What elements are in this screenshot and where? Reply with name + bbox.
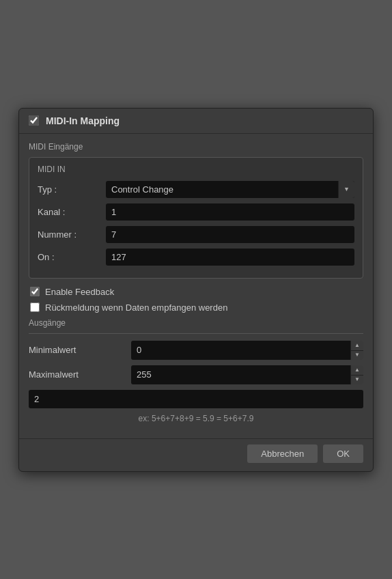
rueckmeldung-row: Rückmeldung wenn Daten empfangen werden <box>29 302 363 313</box>
nummer-label: Nummer : <box>38 229 106 240</box>
midi-in-box: MIDI IN Typ : Control Change Note On Not… <box>29 157 363 279</box>
dialog-footer: Abbrechen OK <box>19 438 373 471</box>
ausgaenge-section: Ausgänge Minimalwert ▲ ▼ Maximalwert <box>29 318 363 423</box>
midi-eingaenge-label: MIDI Eingänge <box>29 142 363 152</box>
kanal-input[interactable] <box>106 203 354 221</box>
typ-dropdown-wrapper: Control Change Note On Note Off Pitch Be… <box>106 181 354 198</box>
enable-feedback-label: Enable Feedback <box>45 287 114 297</box>
enable-feedback-checkbox[interactable] <box>30 287 40 296</box>
dialog-body: MIDI Eingänge MIDI IN Typ : Control Chan… <box>19 134 373 438</box>
ausgaenge-divider <box>29 333 363 334</box>
ausgaenge-label: Ausgänge <box>29 318 363 328</box>
dialog-title-bar: MIDI-In Mapping <box>19 109 373 134</box>
maximalwert-spinner: ▲ ▼ <box>131 365 363 384</box>
formula-example: ex: 5+6+7+8+9 = 5.9 = 5+6+7.9 <box>29 414 363 423</box>
enable-feedback-row: Enable Feedback <box>29 287 363 297</box>
minimalwert-up-button[interactable]: ▲ <box>351 341 363 350</box>
minimalwert-spinner-buttons: ▲ ▼ <box>350 341 363 360</box>
minimalwert-row: Minimalwert ▲ ▼ <box>29 341 363 360</box>
minimalwert-label: Minimalwert <box>29 345 131 355</box>
rueckmeldung-checkbox[interactable] <box>30 302 40 312</box>
maximalwert-input[interactable] <box>131 365 350 384</box>
minimalwert-down-button[interactable]: ▼ <box>351 350 363 360</box>
minimalwert-input[interactable] <box>131 341 350 360</box>
on-input[interactable] <box>106 249 354 266</box>
on-row: On : <box>38 249 354 266</box>
maximalwert-down-button[interactable]: ▼ <box>351 375 363 384</box>
maximalwert-spinner-buttons: ▲ ▼ <box>350 365 363 384</box>
typ-select[interactable]: Control Change Note On Note Off Pitch Be… <box>106 181 354 198</box>
dialog-title: MIDI-In Mapping <box>46 115 120 126</box>
ok-button[interactable]: OK <box>323 444 363 463</box>
typ-row: Typ : Control Change Note On Note Off Pi… <box>38 181 354 198</box>
maximalwert-row: Maximalwert ▲ ▼ <box>29 365 363 384</box>
cancel-button[interactable]: Abbrechen <box>247 444 318 463</box>
kanal-row: Kanal : <box>38 203 354 221</box>
minimalwert-spinner: ▲ ▼ <box>131 341 363 360</box>
kanal-label: Kanal : <box>38 207 106 217</box>
maximalwert-label: Maximalwert <box>29 369 131 380</box>
midi-mapping-dialog: MIDI-In Mapping MIDI Eingänge MIDI IN Ty… <box>18 108 374 472</box>
on-label: On : <box>38 252 106 262</box>
nummer-row: Nummer : <box>38 226 354 243</box>
title-checkbox[interactable] <box>29 115 39 126</box>
nummer-input[interactable] <box>106 226 354 243</box>
midi-in-title: MIDI IN <box>38 165 354 174</box>
typ-label: Typ : <box>38 184 106 195</box>
formula-input[interactable] <box>29 390 363 408</box>
maximalwert-up-button[interactable]: ▲ <box>351 365 363 375</box>
rueckmeldung-label: Rückmeldung wenn Daten empfangen werden <box>45 302 227 313</box>
